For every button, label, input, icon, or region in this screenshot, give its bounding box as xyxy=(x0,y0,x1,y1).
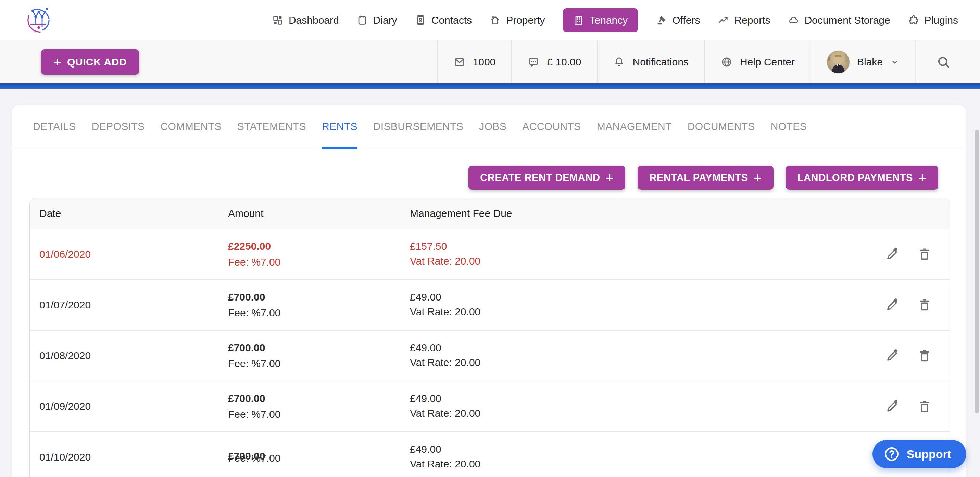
nav-label: Property xyxy=(506,14,545,26)
active-tab-underline xyxy=(322,147,358,149)
gavel-icon xyxy=(656,15,667,26)
edit-button[interactable] xyxy=(885,298,899,312)
tab-label: ACCOUNTS xyxy=(522,121,581,132)
help-center-button[interactable]: Help Center xyxy=(704,40,810,83)
main-nav: Dashboard Diary Contacts xyxy=(272,8,958,32)
landlord-payments-button[interactable]: LANDLORD PAYMENTS + xyxy=(786,166,938,190)
tab-label: NOTES xyxy=(771,121,807,132)
nav-property[interactable]: Property xyxy=(490,14,545,26)
notifications-button[interactable]: Notifications xyxy=(597,40,704,83)
sms-balance[interactable]: £ 10.00 xyxy=(511,40,597,83)
user-menu[interactable]: Blake xyxy=(810,40,915,83)
button-label: RENTAL PAYMENTS xyxy=(649,172,748,183)
plus-icon: + xyxy=(754,173,762,183)
rent-date: 01/07/2020 xyxy=(40,299,228,311)
tab-label: DISBURSEMENTS xyxy=(373,121,464,132)
support-button[interactable]: Support xyxy=(872,440,966,468)
rent-date: 01/10/2020 xyxy=(40,451,228,463)
quick-add-button[interactable]: + QUICK ADD xyxy=(41,49,139,75)
fee-due: £49.00 xyxy=(410,342,837,354)
mail-credits[interactable]: 1000 xyxy=(437,40,512,83)
tab-rents[interactable]: RENTS xyxy=(322,105,358,148)
nav-contacts[interactable]: Contacts xyxy=(415,14,472,26)
tab-label: COMMENTS xyxy=(161,121,221,132)
search-icon xyxy=(936,55,951,69)
tab-label: MANAGEMENT xyxy=(597,121,672,132)
rent-date: 01/06/2020 xyxy=(40,249,228,260)
rent-amount: £700.00 xyxy=(228,341,410,355)
tab-accounts[interactable]: ACCOUNTS xyxy=(522,105,581,148)
vertical-scrollbar[interactable] xyxy=(975,129,979,413)
tab-management[interactable]: MANAGEMENT xyxy=(597,105,672,148)
tab-comments[interactable]: COMMENTS xyxy=(161,105,221,148)
rent-amount: £700.00 xyxy=(228,290,410,304)
rent-fee: Fee: %7.00 xyxy=(228,357,410,370)
nav-offers[interactable]: Offers xyxy=(656,14,700,26)
plus-icon: + xyxy=(53,57,62,67)
globe-icon xyxy=(721,56,732,68)
search-button[interactable] xyxy=(915,40,980,83)
tab-notes[interactable]: NOTES xyxy=(771,105,807,148)
plus-icon: + xyxy=(918,173,927,183)
edit-button[interactable] xyxy=(885,348,899,363)
nav-label: Tenancy xyxy=(590,14,628,26)
edit-button[interactable] xyxy=(885,399,899,413)
rents-table: Date Amount Management Fee Due 01/06/202… xyxy=(29,198,950,477)
notifications-label: Notifications xyxy=(632,56,688,68)
sms-balance-value: £ 10.00 xyxy=(547,56,581,68)
tab-jobs[interactable]: JOBS xyxy=(479,105,506,148)
building-icon xyxy=(573,15,584,26)
table-row: 01/10/2020 £700.00 Fee: %7.00 £49.00 Vat… xyxy=(30,432,950,477)
tab-disbursements[interactable]: DISBURSEMENTS xyxy=(373,105,464,148)
rent-amount: £700.00 xyxy=(228,392,410,405)
brand-logo-icon[interactable] xyxy=(24,5,53,35)
tab-documents[interactable]: DOCUMENTS xyxy=(687,105,755,148)
vat-rate: Vat Rate: 20.00 xyxy=(410,356,837,369)
tab-statements[interactable]: STATEMENTS xyxy=(237,105,306,148)
col-header-fee-due: Management Fee Due xyxy=(410,207,837,219)
nav-dashboard[interactable]: Dashboard xyxy=(272,14,339,26)
tab-details[interactable]: DETAILS xyxy=(33,105,76,148)
rental-payments-button[interactable]: RENTAL PAYMENTS + xyxy=(638,166,773,190)
tenancy-tabs: DETAILS DEPOSITS COMMENTS STATEMENTS REN… xyxy=(12,105,966,148)
vat-rate: Vat Rate: 20.00 xyxy=(410,254,837,268)
plus-icon: + xyxy=(606,173,614,183)
nav-plugins[interactable]: Plugins xyxy=(908,14,958,26)
nav-label: Plugins xyxy=(924,14,958,26)
nav-reports[interactable]: Reports xyxy=(718,14,770,26)
table-row: 01/09/2020 £700.00 Fee: %7.00 £49.00 Vat… xyxy=(30,381,950,432)
edit-button[interactable] xyxy=(885,247,899,262)
table-row: 01/07/2020 £700.00 Fee: %7.00 £49.00 Vat… xyxy=(30,280,950,331)
delete-button[interactable] xyxy=(917,348,932,363)
chat-bubble-icon xyxy=(528,56,539,68)
nav-tenancy[interactable]: Tenancy xyxy=(563,8,638,32)
rent-date: 01/08/2020 xyxy=(40,350,228,362)
nav-label: Diary xyxy=(373,14,397,26)
nav-document-storage[interactable]: Document Storage xyxy=(788,14,890,26)
chevron-down-icon xyxy=(890,57,899,67)
table-header: Date Amount Management Fee Due xyxy=(30,198,950,229)
fee-due: £49.00 xyxy=(410,443,837,455)
fee-due: £49.00 xyxy=(410,291,837,303)
user-name: Blake xyxy=(857,56,883,68)
rent-fee: Fee: %7.00 xyxy=(228,306,410,320)
secondary-toolbar: + QUICK ADD 1000 xyxy=(0,40,980,83)
support-label: Support xyxy=(907,448,951,461)
col-header-amount: Amount xyxy=(228,207,410,219)
puzzle-icon xyxy=(908,15,919,26)
tab-label: RENTS xyxy=(322,121,358,132)
delete-button[interactable] xyxy=(917,298,932,312)
create-rent-demand-button[interactable]: CREATE RENT DEMAND + xyxy=(468,166,625,190)
rent-fee: Fee: %7.00 xyxy=(228,407,410,421)
fee-due: £157.50 xyxy=(410,241,837,252)
delete-button[interactable] xyxy=(917,247,932,262)
accent-bar xyxy=(0,83,980,89)
delete-button[interactable] xyxy=(917,399,932,413)
nav-diary[interactable]: Diary xyxy=(357,14,397,26)
main-content: DETAILS DEPOSITS COMMENTS STATEMENTS REN… xyxy=(0,89,980,477)
col-header-date: Date xyxy=(40,207,228,219)
table-row: 01/06/2020 £2250.00 Fee: %7.00 £157.50 V… xyxy=(30,229,950,280)
rents-actions: CREATE RENT DEMAND + RENTAL PAYMENTS + L… xyxy=(12,166,938,190)
home-icon xyxy=(490,15,501,26)
tab-deposits[interactable]: DEPOSITS xyxy=(92,105,145,148)
